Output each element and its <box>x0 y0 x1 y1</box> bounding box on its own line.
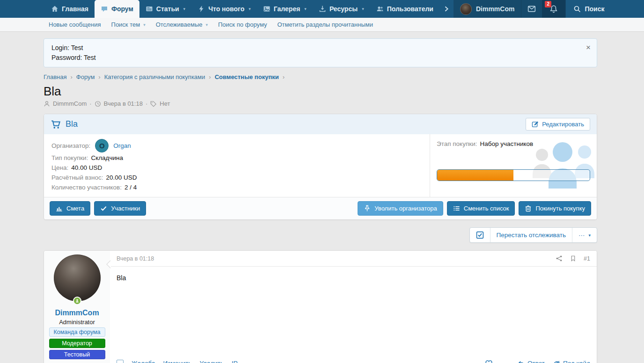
post-author-name[interactable]: DimmmCom <box>49 309 105 317</box>
online-status-icon <box>73 297 81 305</box>
breadcrumb-separator: › <box>283 73 285 80</box>
home-icon <box>51 5 59 13</box>
purchase-body: Организатор: O Organ Тип покупки: Складч… <box>44 134 597 197</box>
avatar <box>460 3 472 15</box>
nav-item-label: Что нового <box>208 5 244 13</box>
chevron-down-icon[interactable]: ▾ <box>362 7 364 11</box>
nav-item-resources[interactable]: Ресурсы ▾ <box>313 0 370 18</box>
more-actions-icon[interactable]: ··· <box>501 360 509 363</box>
ip-link[interactable]: IP <box>232 360 238 363</box>
nav-item-users[interactable]: Пользователи <box>370 0 439 18</box>
leave-purchase-button[interactable]: Покинуть покупку <box>519 201 591 216</box>
report-link[interactable]: Жалоба <box>132 360 155 363</box>
edit-purchase-button[interactable]: Редактировать <box>526 118 590 131</box>
bookmark-icon[interactable] <box>570 255 576 262</box>
chevron-down-icon[interactable]: ▾ <box>183 7 186 11</box>
chevron-down-icon[interactable]: ▾ <box>304 7 307 11</box>
unwatch-button[interactable]: Перестать отслеживать <box>490 228 572 242</box>
post: DimmmCom Administrator Команда форума Мо… <box>44 250 597 363</box>
bar-chart-icon <box>56 205 63 212</box>
search-icon <box>573 5 581 13</box>
pushpin-icon <box>364 205 371 212</box>
subnav-new-posts[interactable]: Новые сообщения <box>44 21 106 28</box>
post-date[interactable]: Вчера в 01:18 <box>117 255 154 262</box>
nav-item-label: Статьи <box>156 5 179 13</box>
delete-link[interactable]: Удалить <box>200 360 224 363</box>
user-banner-staff: Команда форума <box>49 327 105 337</box>
change-list-button[interactable]: Сменить список <box>447 201 515 216</box>
estimate-button[interactable]: Смета <box>50 201 90 216</box>
search-button[interactable]: Поиск <box>565 0 612 18</box>
post-footer-actions: ··· Ответ Под хайд <box>485 359 590 363</box>
purchase-stage-panel: Этап покупки: Набор участников <box>430 134 597 197</box>
breadcrumb-separator: › <box>209 73 211 80</box>
fire-organizer-button[interactable]: Уволить организатора <box>358 201 443 216</box>
nav-overflow-chevron-icon[interactable] <box>439 0 454 18</box>
inbox-button[interactable] <box>521 0 542 18</box>
edit-icon <box>532 121 539 128</box>
account-menu[interactable]: DimmmCom <box>454 0 521 18</box>
close-icon[interactable]: × <box>586 43 591 52</box>
thread-date[interactable]: Вчера в 01:18 <box>104 100 143 107</box>
post-number[interactable]: #1 <box>584 255 590 262</box>
more-options-button[interactable]: ··· ▾ <box>572 228 597 242</box>
forum-subnav: Новые сообщения Поиск тем▾ Отслеживаемые… <box>0 18 644 32</box>
nav-item-forum[interactable]: Форум <box>95 0 139 18</box>
subnav-search-threads[interactable]: Поиск тем▾ <box>106 21 151 28</box>
post-footer: Жалоба Изменить Удалить IP ··· Ответ Под… <box>110 354 597 363</box>
nav-item-whats-new[interactable]: Что нового ▾ <box>191 0 257 18</box>
user-banner-test: Тестовый <box>49 350 105 359</box>
comment-icon <box>101 5 108 13</box>
alerts-button[interactable]: 2 <box>542 0 565 18</box>
post-main: Вчера в 01:18 #1 Bla Жалоба Изменить Уда… <box>110 251 597 363</box>
purchase-progress-bar <box>437 169 590 181</box>
post-header-tools: #1 <box>556 255 590 262</box>
nav-item-label: Ресурсы <box>329 5 358 13</box>
person-icon <box>44 101 50 107</box>
organizer-avatar[interactable]: O <box>95 139 109 152</box>
nav-item-label: Галерея <box>274 5 300 13</box>
users-icon <box>376 5 384 13</box>
watch-checkbox-button[interactable] <box>470 228 490 242</box>
chevron-down-icon[interactable]: ▾ <box>249 7 251 11</box>
purchase-title: Bla <box>66 119 78 129</box>
select-post-checkbox[interactable] <box>117 360 124 363</box>
participants-button[interactable]: Участники <box>94 201 146 216</box>
notice-line: Login: Test <box>51 43 589 53</box>
page-title: Bla <box>44 84 597 98</box>
purchase-details: Организатор: O Organ Тип покупки: Складч… <box>44 134 430 197</box>
thread-tags: Нет <box>160 100 170 107</box>
search-label: Поиск <box>585 5 604 13</box>
post-content: Bla <box>110 267 597 354</box>
share-icon[interactable] <box>556 255 563 262</box>
subnav-search-forum[interactable]: Поиск по форуму <box>213 21 272 28</box>
thread-author[interactable]: DimmmCom <box>53 100 87 107</box>
nav-item-articles[interactable]: Статьи ▾ <box>139 0 191 18</box>
subnav-mark-read[interactable]: Отметить разделы прочитанными <box>272 21 378 28</box>
download-icon <box>319 5 326 13</box>
organizer-link[interactable]: Organ <box>113 141 131 151</box>
breadcrumb-category[interactable]: Категория с различными покупками <box>104 73 205 80</box>
purchase-type-row: Тип покупки: Складчина <box>51 153 422 163</box>
hide-button[interactable]: Под хайд <box>553 360 590 363</box>
edit-link[interactable]: Изменить <box>163 360 192 363</box>
clock-icon <box>95 101 101 107</box>
account-username: DimmmCom <box>476 5 514 13</box>
breadcrumb-forum[interactable]: Форум <box>76 73 95 80</box>
watch-button-group: Перестать отслеживать ··· ▾ <box>469 227 597 243</box>
nav-item-home[interactable]: Главная <box>45 0 95 18</box>
purchase-organizer-row: Организатор: O Organ <box>51 138 422 153</box>
breadcrumb-separator: › <box>98 73 100 80</box>
nav-item-gallery[interactable]: Галерея ▾ <box>257 0 313 18</box>
ellipsis-icon: ··· <box>578 232 585 239</box>
breadcrumb-current-forum[interactable]: Совместные покупки <box>215 73 279 80</box>
reply-button[interactable]: Ответ <box>518 360 545 363</box>
page-content: Login: Test Password: Test × Главная › Ф… <box>44 38 597 363</box>
reply-icon <box>518 360 525 363</box>
breadcrumb-home[interactable]: Главная <box>44 73 66 80</box>
subnav-watched[interactable]: Отслеживаемые▾ <box>151 21 213 28</box>
avatar[interactable] <box>54 254 101 301</box>
trash-icon <box>525 205 532 212</box>
envelope-icon <box>527 5 536 13</box>
heart-icon[interactable] <box>485 359 493 363</box>
